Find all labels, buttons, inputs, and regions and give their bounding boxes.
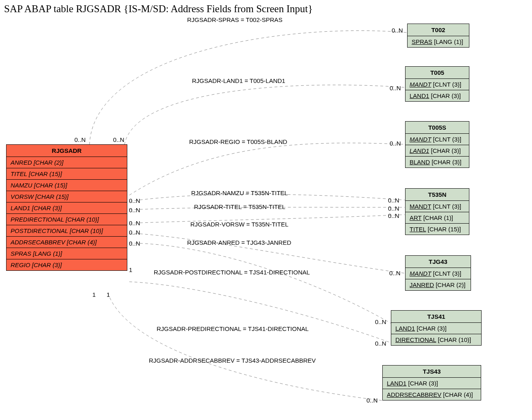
entity-t535n: T535N MANDT [CLNT (3)] ART [CHAR (1)] TI… — [405, 188, 469, 235]
cardinality: 0..N — [388, 197, 399, 204]
entity-row: TITEL [CHAR (15)] — [406, 224, 469, 235]
entity-row: NAMZU [CHAR (15)] — [7, 180, 127, 191]
page-title: SAP ABAP table RJGSADR {IS-M/SD: Address… — [4, 3, 313, 15]
entity-row: JANRED [CHAR (2)] — [406, 279, 471, 290]
entity-header: TJS41 — [391, 311, 481, 323]
cardinality: 0..N — [129, 197, 140, 204]
entity-header: T535N — [406, 189, 469, 201]
cardinality: 0..N — [392, 27, 403, 34]
relation-label: RJGSADR-ANRED = TJG43-JANRED — [187, 239, 291, 246]
relation-label: RJGSADR-LAND1 = T005-LAND1 — [192, 77, 285, 84]
entity-row: ADDRSECABBREV [CHAR (4)] — [383, 389, 481, 400]
entity-row: POSTDIRECTIONAL [CHAR (10)] — [7, 225, 127, 237]
cardinality: 0..N — [390, 140, 401, 147]
cardinality: 0..N — [129, 220, 140, 226]
entity-header: T005S — [406, 122, 469, 134]
entity-row: DIRECTIONAL [CHAR (10)] — [391, 334, 481, 345]
entity-row: MANDT [CLNT (3)] — [406, 201, 469, 212]
cardinality: 0..N — [390, 85, 401, 91]
cardinality: 0..N — [366, 397, 378, 404]
cardinality: 1 — [92, 291, 96, 298]
relation-label: RJGSADR-POSTDIRECTIONAL = TJS41-DIRECTIO… — [154, 269, 310, 276]
entity-row: LAND1 [CHAR (3)] — [391, 323, 481, 334]
cardinality: 0..N — [389, 270, 401, 276]
entity-row: VORSW [CHAR (15)] — [7, 191, 127, 202]
entity-row: LAND1 [CHAR (3)] — [406, 90, 469, 101]
cardinality: 0..N — [375, 340, 386, 347]
entity-t002: T002 SPRAS [LANG (1)] — [407, 24, 469, 48]
cardinality: 0..N — [129, 207, 140, 213]
entity-row: PREDIRECTIONAL [CHAR (10)] — [7, 214, 127, 225]
entity-row: ART [CHAR (1)] — [406, 212, 469, 224]
entity-row: REGIO [CHAR (3)] — [7, 259, 127, 270]
entity-row: ADDRSECABBREV [CHAR (4)] — [7, 237, 127, 248]
cardinality: 0..N — [74, 136, 86, 143]
cardinality: 0..N — [129, 229, 140, 236]
entity-row: ANRED [CHAR (2)] — [7, 157, 127, 168]
entity-row: SPRAS [LANG (1)] — [7, 248, 127, 259]
cardinality: 0..N — [388, 205, 399, 212]
entity-header: TJG43 — [406, 256, 471, 268]
relation-label: RJGSADR-REGIO = T005S-BLAND — [189, 138, 287, 145]
entity-tjg43: TJG43 MANDT [CLNT (3)] JANRED [CHAR (2)] — [405, 255, 471, 291]
cardinality: 0..N — [375, 318, 386, 325]
entity-row: SPRAS [LANG (1)] — [408, 36, 469, 47]
entity-row: LAND1 [CHAR (3)] — [383, 378, 481, 389]
entity-tjs41: TJS41 LAND1 [CHAR (3)] DIRECTIONAL [CHAR… — [391, 310, 482, 346]
entity-row: MANDT [CLNT (3)] — [406, 79, 469, 90]
relation-label: RJGSADR-PREDIRECTIONAL = TJS41-DIRECTION… — [157, 325, 309, 332]
entity-row: BLAND [CHAR (3)] — [406, 157, 469, 168]
cardinality: 0..N — [388, 212, 399, 219]
entity-row: LAND1 [CHAR (3)] — [406, 145, 469, 157]
cardinality: 0..N — [129, 240, 140, 247]
entity-tjs43: TJS43 LAND1 [CHAR (3)] ADDRSECABBREV [CH… — [382, 365, 481, 400]
cardinality: 0..N — [113, 136, 124, 143]
entity-header: T005 — [406, 67, 469, 79]
entity-t005: T005 MANDT [CLNT (3)] LAND1 [CHAR (3)] — [405, 66, 469, 102]
entity-header: T002 — [408, 24, 469, 36]
cardinality: 1 — [107, 291, 110, 298]
entity-row: MANDT [CLNT (3)] — [406, 134, 469, 145]
entity-row: MANDT [CLNT (3)] — [406, 268, 471, 279]
entity-header: TJS43 — [383, 366, 481, 378]
relation-label: RJGSADR-NAMZU = T535N-TITEL — [191, 189, 288, 196]
relation-label: RJGSADR-TITEL = T535N-TITEL — [194, 203, 286, 210]
relation-label: RJGSADR-VORSW = T535N-TITEL — [190, 221, 288, 228]
entity-rjgsadr: RJGSADR ANRED [CHAR (2)] TITEL [CHAR (15… — [6, 144, 127, 271]
cardinality: 1 — [129, 266, 132, 273]
entity-t005s: T005S MANDT [CLNT (3)] LAND1 [CHAR (3)] … — [405, 121, 469, 168]
relation-label: RJGSADR-ADDRSECABBREV = TJS43-ADDRSECABB… — [149, 357, 316, 364]
entity-row: LAND1 [CHAR (3)] — [7, 202, 127, 214]
entity-row: TITEL [CHAR (15)] — [7, 168, 127, 180]
entity-header-rjgsadr: RJGSADR — [7, 145, 127, 157]
relation-label: RJGSADR-SPRAS = T002-SPRAS — [187, 16, 282, 23]
